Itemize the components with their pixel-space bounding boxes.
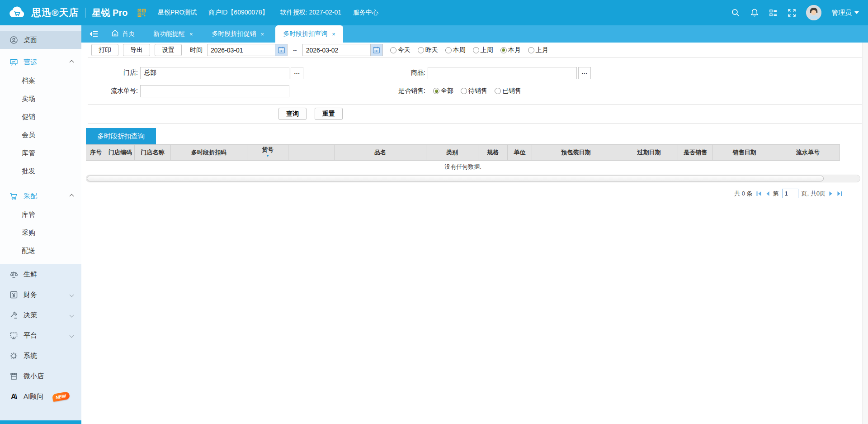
- sidebar-item-peisong[interactable]: 配送: [0, 242, 81, 260]
- col-huohao[interactable]: 货号▼: [247, 145, 288, 160]
- empty-data-message: 没有任何数据.: [86, 161, 840, 174]
- sidebar-item-label: 采配: [24, 192, 37, 200]
- tab-multi-period-discount-query[interactable]: 多时段折扣查询 ×: [275, 25, 343, 43]
- close-icon[interactable]: ×: [261, 31, 264, 38]
- col-mendian-mingcheng[interactable]: 门店名称: [135, 145, 171, 160]
- radio-this-month[interactable]: 本月: [500, 46, 521, 54]
- store-input[interactable]: [140, 67, 289, 79]
- print-button[interactable]: 打印: [91, 44, 118, 56]
- sidebar-item-label: AI顾问: [24, 392, 43, 401]
- next-page-icon[interactable]: [829, 191, 834, 196]
- date-from-input[interactable]: [208, 47, 275, 54]
- tab-new-features[interactable]: 新功能提醒 ×: [146, 25, 201, 43]
- col-label: 类别: [446, 149, 458, 156]
- radio-all[interactable]: 全部: [433, 87, 453, 95]
- tab-home[interactable]: 首页: [104, 25, 142, 43]
- prev-page-icon[interactable]: [765, 191, 770, 196]
- col-liushui-danhao[interactable]: 流水单号: [776, 145, 840, 160]
- sale-status-radios: 全部 待销售 已销售: [430, 87, 521, 95]
- sidebar-item-desktop[interactable]: 桌面: [0, 31, 81, 49]
- sidebar-item-caigou[interactable]: 采购: [0, 224, 81, 242]
- col-label: 过期日期: [637, 149, 661, 156]
- grid-section-tab[interactable]: 多时段折扣查询: [86, 128, 156, 144]
- radio-sold[interactable]: 已销售: [495, 87, 521, 95]
- sidebar-item-maichang[interactable]: 卖场: [0, 90, 81, 108]
- user-menu[interactable]: 管理员: [831, 9, 859, 17]
- col-mendian-bianma[interactable]: 门店编码: [106, 145, 135, 160]
- bell-icon[interactable]: [750, 8, 759, 17]
- col-pinming[interactable]: 品名: [335, 145, 426, 160]
- workspace-name[interactable]: 星锐PRO测试: [158, 9, 197, 17]
- col-danwei[interactable]: 单位: [508, 145, 532, 160]
- radio-today[interactable]: 今天: [390, 46, 410, 54]
- radio-this-week[interactable]: 本周: [445, 46, 466, 54]
- date-to-input[interactable]: [303, 47, 370, 54]
- product-picker-button[interactable]: ···: [578, 67, 591, 79]
- user-avatar[interactable]: [806, 5, 821, 20]
- tab-multi-period-discount-promo[interactable]: 多时段折扣促销 ×: [204, 25, 272, 43]
- sidebar-item-cuxiao[interactable]: 促销: [0, 108, 81, 126]
- sale-status-label: 是否销售:: [312, 87, 428, 95]
- fullscreen-icon[interactable]: [788, 9, 796, 17]
- radio-last-month[interactable]: 上月: [528, 46, 548, 54]
- settings-button[interactable]: 设置: [155, 44, 182, 56]
- first-page-icon[interactable]: [756, 191, 762, 196]
- col-label: 货号: [262, 147, 274, 153]
- horizontal-scrollbar[interactable]: [86, 175, 860, 182]
- sidebar-item-xitong[interactable]: 系统: [0, 346, 81, 366]
- sidebar-item-kuguan-2[interactable]: 库管: [0, 205, 81, 224]
- storefront-icon: [9, 372, 18, 381]
- product-input[interactable]: [428, 67, 577, 79]
- sidebar-item-label: 档案: [22, 76, 35, 85]
- sidebar-item-shengxian[interactable]: 生鲜: [0, 264, 81, 285]
- apps-list-icon[interactable]: [769, 9, 778, 17]
- export-button[interactable]: 导出: [123, 44, 150, 56]
- sidebar-item-dangan[interactable]: 档案: [0, 71, 81, 90]
- col-xuhao[interactable]: 序号: [86, 145, 106, 160]
- vertical-scrollbar[interactable]: [862, 43, 868, 424]
- store-picker-button[interactable]: ···: [291, 67, 303, 79]
- col-guoqi-riqi[interactable]: 过期日期: [620, 145, 678, 160]
- calendar-icon[interactable]: [370, 44, 382, 56]
- sidebar-item-label: 采购: [22, 229, 35, 237]
- close-icon[interactable]: ×: [189, 31, 193, 38]
- horizontal-scrollbar-thumb[interactable]: [87, 176, 824, 181]
- col-guige[interactable]: 规格: [478, 145, 508, 160]
- qrcode-icon[interactable]: [137, 9, 146, 17]
- total-count: 共 0 条: [734, 190, 752, 198]
- close-icon[interactable]: ×: [332, 31, 335, 38]
- sort-desc-icon[interactable]: ▼: [266, 154, 269, 158]
- col-xiaoshou-riqi[interactable]: 销售日期: [713, 145, 776, 160]
- col-duoshiduan-zhekou-ma[interactable]: 多时段折扣码: [171, 145, 247, 160]
- collapse-sidebar-icon[interactable]: [81, 25, 104, 43]
- sidebar-item-juece[interactable]: 决策: [0, 305, 81, 325]
- serial-input[interactable]: [140, 85, 289, 97]
- page-number-input[interactable]: [782, 189, 798, 198]
- col-empty: [288, 145, 335, 160]
- last-page-icon[interactable]: [837, 191, 843, 196]
- sidebar-item-kuguan[interactable]: 库管: [0, 144, 81, 162]
- calendar-icon[interactable]: [275, 44, 287, 56]
- col-shifou-xiaoshou[interactable]: 是否销售: [678, 145, 713, 160]
- reset-button[interactable]: 重置: [315, 108, 343, 120]
- sidebar-item-caiwu[interactable]: 财务: [0, 285, 81, 305]
- radio-last-week[interactable]: 上周: [473, 46, 493, 54]
- col-leibie[interactable]: 类别: [426, 145, 478, 160]
- filter-cell: 流水单号:: [88, 85, 312, 97]
- query-button[interactable]: 查询: [278, 108, 307, 120]
- radio-yesterday[interactable]: 昨天: [418, 46, 438, 54]
- search-icon[interactable]: [731, 8, 740, 17]
- radio-pending-sale[interactable]: 待销售: [461, 87, 487, 95]
- radio-label: 今天: [398, 46, 410, 54]
- sidebar-item-operations[interactable]: 营运: [0, 52, 81, 71]
- sidebar-item-caipei[interactable]: 采配: [0, 186, 81, 205]
- chevron-down-icon: [70, 293, 74, 297]
- col-yubaozhuang-riqi[interactable]: 预包装日期: [532, 145, 620, 160]
- sidebar-item-pifa[interactable]: 批发: [0, 162, 81, 180]
- page-prefix: 第: [773, 190, 779, 198]
- sidebar-item-ai-advisor[interactable]: A\ AI顾问 NEW: [0, 386, 81, 407]
- sidebar-item-pingtai[interactable]: 平台: [0, 325, 81, 346]
- service-center-link[interactable]: 服务中心: [353, 9, 378, 17]
- sidebar-item-weixiaodian[interactable]: 微小店: [0, 366, 81, 386]
- sidebar-item-huiyuan[interactable]: 会员: [0, 126, 81, 144]
